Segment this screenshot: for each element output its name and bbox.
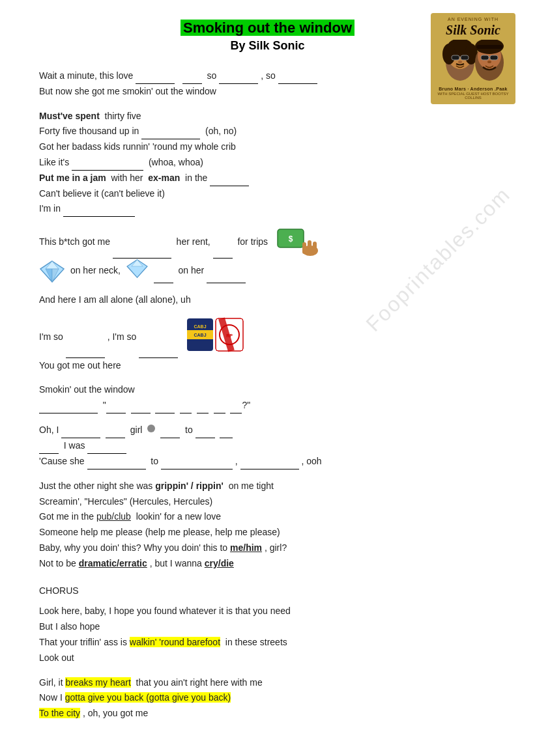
verse2-line4: Like it's (whoa, whoa)	[39, 155, 496, 171]
album-artists: Bruno Mars · Anderson .Paak	[439, 87, 507, 91]
title-text: Smoking out the window	[181, 20, 354, 36]
blank-31	[161, 460, 233, 469]
verse3-line2: on her neck, on her	[39, 259, 496, 283]
verse-5: I'm so , I'm so CABJ CABJ RP	[39, 317, 496, 374]
bridge-line2: I was	[39, 438, 496, 454]
svg-rect-20	[302, 242, 306, 254]
chorus2-line4: Look out	[39, 651, 496, 666]
svg-text:CABJ: CABJ	[194, 324, 207, 329]
outro-line2: Now I gotta give you back (gotta give yo…	[39, 690, 496, 706]
album-band-name: Silk Sonic	[446, 23, 500, 37]
svg-rect-14	[490, 55, 498, 60]
blank-18	[155, 404, 175, 413]
verse2-line3: Got her badass kids runnin' 'round my wh…	[39, 139, 496, 155]
verse-2: Must've spent thirty five Forty five tho…	[39, 109, 496, 217]
svg-point-38	[147, 425, 155, 432]
blank-30	[87, 460, 146, 469]
blank-27	[220, 429, 233, 438]
album-special-guest: WITH SPECIAL GUEST HOST BOOTSY COLLINS	[433, 92, 513, 100]
page-title: Smoking out the window	[39, 20, 496, 36]
blank-23	[61, 429, 100, 438]
verse1-line2: But now she got me smokin' out the windo…	[39, 84, 496, 100]
blank-3	[219, 75, 258, 84]
svg-text:CABJ: CABJ	[194, 333, 207, 337]
album-cover: AN EVENING WITH Silk Sonic	[431, 13, 515, 104]
verse-6: Just the other night she was grippin' / …	[39, 479, 496, 572]
verse-4: And here I am all alone (all alone), uh	[39, 292, 496, 308]
svg-rect-21	[308, 240, 311, 253]
blank-17	[131, 404, 151, 413]
verse2-line7: I'm in	[39, 201, 496, 217]
bridge-line3: 'Cause she to , , ooh	[39, 454, 496, 469]
verse6-line4: Someone help me please (help me please, …	[39, 525, 496, 540]
diamond-svg	[39, 260, 65, 283]
blank-26	[195, 429, 215, 438]
verse2-line1: Must've spent thirty five	[39, 109, 496, 124]
blank-14	[139, 349, 178, 358]
verse1-line1: Wait a minute, this love so , so	[39, 68, 496, 84]
blank-5	[141, 130, 200, 139]
blank-20	[197, 404, 209, 413]
svg-point-3	[442, 44, 455, 64]
blank-22	[230, 404, 242, 413]
verse5-line2: You got me out here	[39, 358, 496, 374]
verse6-line6: Not to be dramatic/erratic , but I wanna…	[39, 556, 496, 572]
chorus-section: CHORUS Look here, baby, I hope you found…	[39, 583, 496, 666]
diamond-image	[39, 260, 65, 283]
blank-7	[210, 177, 249, 186]
blank-9	[113, 249, 171, 259]
blank-24	[106, 429, 125, 438]
blank-28	[39, 445, 59, 454]
chorus-line1: Smokin' out the window	[39, 382, 496, 398]
money-svg: $	[274, 226, 320, 259]
verse4-line1: And here I am all alone (all alone), uh	[39, 292, 496, 308]
blank-10	[213, 249, 233, 259]
page-header: Smoking out the window By Silk Sonic	[39, 20, 496, 53]
verse6-line5: Baby, why you doin' this? Why you doin' …	[39, 540, 496, 556]
subtitle-text: By Silk Sonic	[39, 39, 496, 53]
svg-point-8	[458, 61, 462, 63]
soccer-svg: CABJ CABJ RP	[186, 317, 244, 353]
outro-line1: Girl, it breaks my heart that you ain't …	[39, 675, 496, 691]
blank-29	[87, 445, 126, 454]
diamond2-svg	[126, 259, 149, 278]
blank-11	[154, 274, 173, 283]
outro-section: Girl, it breaks my heart that you ain't …	[39, 675, 496, 721]
soccer-logos: CABJ CABJ RP	[186, 317, 244, 358]
bridge-line1: Oh, I girl to	[39, 423, 496, 438]
svg-rect-22	[313, 242, 317, 253]
circle-icon	[147, 424, 156, 433]
verse6-line1: Just the other night she was grippin' / …	[39, 479, 496, 494]
chorus2-line3: That your triflin' ass is walkin' 'round…	[39, 635, 496, 651]
chorus-line2: " ?"	[39, 398, 496, 413]
verse2-line2: Forty five thousand up in (oh, no)	[39, 124, 496, 139]
blank-15	[39, 404, 98, 413]
blank-1	[136, 75, 175, 84]
blank-4	[278, 75, 317, 84]
verse-3: This b*tch got me her rent, for trips $	[39, 226, 496, 283]
svg-rect-12	[476, 45, 502, 49]
blank-2	[182, 75, 202, 84]
svg-point-16	[487, 61, 491, 63]
blank-8	[63, 208, 135, 217]
blank-6	[72, 161, 143, 171]
blank-21	[214, 404, 225, 413]
svg-rect-13	[481, 55, 489, 60]
lyrics-body: Wait a minute, this love so , so But now…	[39, 68, 496, 721]
verse-1: Wait a minute, this love so , so But now…	[39, 68, 496, 100]
verse3-line1: This b*tch got me her rent, for trips $	[39, 226, 496, 259]
svg-rect-6	[461, 55, 469, 60]
blank-13	[66, 349, 105, 358]
faces-svg	[437, 40, 509, 85]
blank-25	[160, 429, 180, 438]
verse2-line5: Put me in a jam with her ex-man in the	[39, 171, 496, 186]
verse6-line3: Got me in the pub/club lookin' for a new…	[39, 509, 496, 525]
blank-12	[207, 274, 246, 283]
svg-text:$: $	[289, 234, 293, 244]
svg-rect-5	[452, 55, 459, 60]
chorus-label: CHORUS	[39, 583, 496, 599]
money-image: $	[274, 226, 320, 259]
verse6-line2: Screamin', "Hercules" (Hercules, Hercule…	[39, 494, 496, 510]
chorus-smoke: Smokin' out the window " ?"	[39, 382, 496, 413]
blank-32	[240, 460, 299, 469]
